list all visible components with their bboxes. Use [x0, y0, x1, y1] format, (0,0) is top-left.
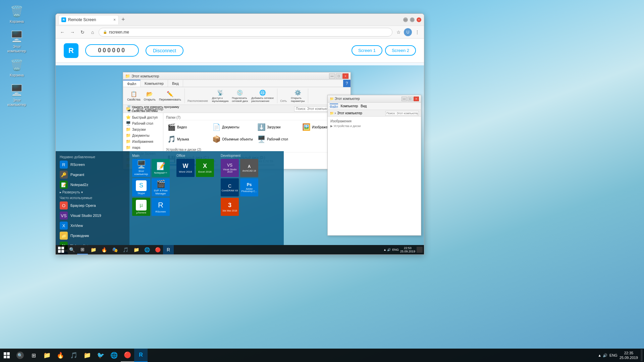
desktop-icon-this-pc[interactable]: 🖥️ Этоткомпьютер — [3, 28, 30, 55]
taskbar-firefox[interactable]: 🔥 — [54, 349, 67, 362]
start-item-xnview[interactable]: X XnView — [56, 221, 129, 231]
start-button[interactable] — [0, 349, 13, 362]
r-taskbar-browser[interactable]: 🌐 — [142, 245, 152, 254]
fe-media-access-button[interactable]: 📡 Доступ кмультимедиа — [211, 89, 230, 103]
back-button[interactable]: ← — [58, 28, 66, 36]
bookmark-button[interactable]: ☆ — [394, 28, 402, 36]
r-start-button[interactable] — [56, 245, 66, 254]
home-button[interactable]: ⌂ — [89, 28, 97, 36]
forward-button[interactable]: → — [68, 28, 76, 36]
desktop-icon-recycle-bin-2[interactable]: 🗑️ Корзина — [3, 57, 30, 79]
browser-tab[interactable]: R Remote Screen × — [58, 15, 119, 24]
desktop-icon-this-pc-2[interactable]: 🖥️ Этоткомпьютер — [3, 82, 30, 108]
fe-sidebar-quick-access[interactable]: ⭐ Быстрый доступ — [123, 114, 163, 120]
r-taskbar-folder[interactable]: 📁 — [131, 245, 142, 254]
volume-icon[interactable]: 🔊 — [603, 353, 607, 358]
r-taskbar-explorer[interactable]: 📁 — [88, 245, 99, 254]
fe-open-params-button[interactable]: ⚙️ Открытьпараметры — [289, 89, 306, 103]
remote-content[interactable]: 📁 Этот компьютер — □ × Файл Компью — [56, 63, 424, 254]
taskbar-music[interactable]: 🎵 — [67, 349, 80, 362]
r-taskbar-firefox[interactable]: 🔥 — [99, 245, 109, 254]
fe-open-button[interactable]: 📂 Открыть — [143, 90, 157, 102]
disconnect-button[interactable]: Disconnect — [146, 45, 183, 56]
fe-sidebar-documents[interactable]: 📁 Документы — [123, 132, 163, 138]
fe-folder-downloads[interactable]: ⬇️ Загрузки — [256, 122, 300, 132]
fe-add-location-button[interactable]: 🌐 Добавить сетевоерасположение — [250, 89, 275, 103]
fe-rename-button[interactable]: ✏️ Переименовать — [158, 90, 182, 102]
fe2-tab-computer[interactable]: Компьютер — [341, 104, 358, 108]
taskbar-explorer[interactable]: 📁 — [40, 349, 54, 362]
user-avatar[interactable]: U — [404, 28, 412, 36]
fe2-close-button[interactable]: × — [414, 97, 419, 101]
fe-folder-desktop[interactable]: 🖥️ Рабочий стол — [256, 134, 300, 144]
start-item-rscreen[interactable]: R RScreen — [56, 160, 129, 170]
fe-folder-video[interactable]: 🎬 Видео — [166, 122, 210, 132]
tile-skype[interactable]: S Skype — [132, 178, 150, 196]
fe2-minimize-button[interactable]: — — [401, 97, 407, 101]
start-item-explorer[interactable]: 📁 Проводник — [56, 231, 129, 241]
taskbar-folder[interactable]: 📁 — [80, 349, 94, 362]
taskbar-search[interactable]: 🔍 — [13, 349, 27, 362]
r-task-view-icon[interactable]: ⊞ — [77, 245, 88, 254]
tile-notepadpp[interactable]: 📝 Notepad++ — [152, 159, 170, 177]
file-explorer-window-2[interactable]: 📁 Этот компьютер — □ × Файл Компьютер Ви… — [327, 95, 421, 236]
fe-maximize-button[interactable]: □ — [336, 73, 342, 79]
tile-this-pc[interactable]: 🖥️ Этот компьютер — [132, 159, 150, 177]
tile-3dsmax[interactable]: 3 3ds Max 2018 — [221, 198, 239, 216]
show-desktop-button[interactable] — [641, 349, 643, 361]
tab-close-button[interactable]: × — [113, 17, 116, 22]
menu-button[interactable]: ⋮ — [413, 28, 421, 36]
language-indicator[interactable]: ENG — [609, 353, 618, 357]
new-tab-button[interactable]: + — [119, 16, 128, 23]
fe-folder-3d[interactable]: 📦 Объемные объекты — [211, 134, 255, 144]
taskbar-twitter[interactable]: 🐦 — [94, 349, 107, 362]
start-item-opera[interactable]: O Браузер Opera — [56, 200, 129, 210]
r-show-desktop-button[interactable] — [417, 247, 423, 253]
refresh-button[interactable]: ↻ — [78, 28, 87, 36]
window-minimize-button[interactable]: — — [403, 17, 408, 22]
start-item-notepad2z[interactable]: 📝 Notepad2z — [56, 180, 129, 190]
connection-code-input[interactable]: 000000 — [85, 44, 139, 57]
window-close-button[interactable]: × — [417, 17, 421, 22]
window-maximize-button[interactable]: □ — [410, 17, 415, 22]
tile-svp[interactable]: 🎬 SVP 4 Free Manager — [152, 178, 170, 196]
r-taskbar-music[interactable]: 🎵 — [120, 245, 131, 254]
fe-minimize-button[interactable]: — — [329, 73, 335, 79]
taskbar-clock[interactable]: 22:35 25.09.2019 — [620, 351, 638, 360]
tile-word[interactable]: W Word 2016 — [176, 159, 195, 177]
fe2-maximize-button[interactable]: □ — [408, 97, 413, 101]
r-taskbar-opera[interactable]: 🔴 — [152, 245, 163, 254]
tray-expand-button[interactable]: ▲ — [598, 353, 601, 357]
fe-tab-file[interactable]: Файл — [123, 80, 141, 87]
screen2-button[interactable]: Screen 2 — [385, 45, 416, 56]
desktop-icon-recycle-bin-1[interactable]: 🗑️ Корзина — [3, 3, 30, 25]
fe-sidebar-images[interactable]: 📁 Изображения — [123, 138, 163, 144]
tile-vs2019[interactable]: VS Visual Studio 2019 — [221, 159, 239, 177]
start-item-vs2019[interactable]: VS Visual Studio 2019 — [56, 210, 129, 221]
start-item-pageant[interactable]: 🔑 Pageant — [56, 170, 129, 180]
tile-excel[interactable]: X Excel 2016 — [196, 159, 214, 177]
fe2-tab-file[interactable]: Файл — [330, 104, 338, 109]
fe-close-button[interactable]: × — [342, 73, 348, 79]
address-bar[interactable]: 🔒 rscreen.me — [99, 28, 392, 37]
r-taskbar-rscreen[interactable]: R — [163, 245, 174, 254]
fe-map-drive-button[interactable]: 💿 Подключитьсетевой диск — [230, 89, 249, 103]
fe-tab-computer[interactable]: Компьютер — [141, 80, 168, 87]
tile-archicad[interactable]: A ArchiCAD 19 — [240, 159, 258, 177]
fe-folder-music[interactable]: 🎵 Музыка — [166, 134, 210, 144]
tile-utorrent[interactable]: µ µTorrent — [132, 198, 150, 216]
fe2-tab-view[interactable]: Вид — [361, 104, 367, 108]
fe-sidebar-desktop[interactable]: 🖥️ Рабочий стол — [123, 120, 163, 126]
r-taskbar-app3[interactable]: 🎭 — [109, 245, 120, 254]
fe-sidebar-downloads[interactable]: 📁 Загрузки — [123, 126, 163, 132]
taskbar-rscreen[interactable]: R — [134, 349, 148, 362]
taskbar-task-view[interactable]: ⊞ — [27, 349, 40, 362]
r-search-icon[interactable]: 🔍 — [66, 245, 77, 254]
tile-photoshop[interactable]: Ps Adobe Photoshop C... — [240, 178, 258, 196]
fe-properties-button[interactable]: 📋 Свойства — [126, 90, 142, 102]
screen1-button[interactable]: Screen 1 — [352, 45, 382, 56]
taskbar-chrome[interactable]: 🌐 — [107, 349, 121, 362]
tile-coreldraw[interactable]: C CorelDRAW X8 — [221, 178, 239, 196]
fe-sidebar-maps[interactable]: 📁 maps — [123, 144, 163, 150]
fe2-search-input[interactable] — [385, 111, 419, 116]
